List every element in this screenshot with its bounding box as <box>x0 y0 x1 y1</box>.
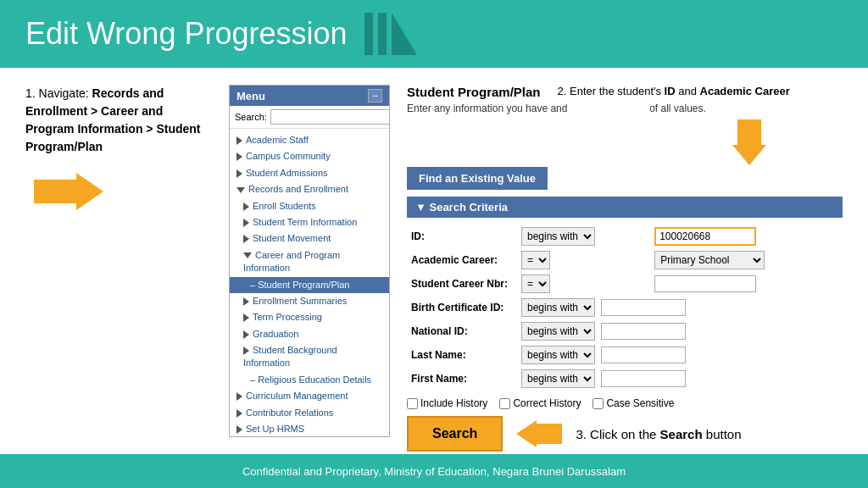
include-history-checkbox[interactable] <box>407 398 418 409</box>
include-history-label[interactable]: Include History <box>407 397 487 409</box>
triangle-icon <box>236 136 242 145</box>
section-title: Student Program/Plan <box>407 85 541 99</box>
menu-item-contributor[interactable]: Contributor Relations <box>230 405 389 421</box>
menu-item-records-enrollment[interactable]: Records and Enrollment <box>230 181 389 197</box>
triangle-icon <box>236 169 242 178</box>
step2-annotation: 2. Enter the student's ID and Academic C… <box>558 85 790 97</box>
menu-search-label: Search: <box>235 112 267 122</box>
accent-bar-2 <box>378 13 387 55</box>
menu-header: Menu − <box>230 86 389 106</box>
national-id-row: National ID: begins with <box>407 319 843 343</box>
first-name-label: First Name: <box>407 367 517 391</box>
triangle-icon <box>243 202 249 211</box>
first-name-row: First Name: begins with <box>407 367 843 391</box>
triangle-icon <box>243 297 249 306</box>
search-form: ID: begins with Academic Career: = <box>407 225 843 391</box>
menu-item-student-term-info[interactable]: Student Term Information <box>230 214 389 230</box>
triangle-icon-open <box>236 187 245 193</box>
student-career-nbr-operator-select[interactable]: = <box>521 274 550 293</box>
menu-item-curriculum[interactable]: Curriculum Management <box>230 388 389 404</box>
menu-item-student-background[interactable]: Student Background Information <box>230 342 389 372</box>
birth-cert-operator-select[interactable]: begins with <box>521 298 595 317</box>
main-content: 1. Navigate: Records and Enrollment > Ca… <box>0 68 868 454</box>
student-career-nbr-row: Student Career Nbr: = <box>407 272 843 296</box>
menu-items: Academic Staff Campus Community Student … <box>230 129 389 437</box>
menu-item-setup-hrms[interactable]: Set Up HRMS <box>230 421 389 437</box>
triangle-icon <box>236 409 242 418</box>
case-sensitive-label[interactable]: Case Sensitive <box>593 397 674 409</box>
checkboxes-row: Include History Correct History Case Sen… <box>407 397 843 409</box>
id-value-input[interactable] <box>654 227 756 246</box>
academic-career-label: Academic Career: <box>407 248 517 272</box>
footer-text: Confidential and Proprietary, Ministry o… <box>242 465 626 478</box>
first-name-input[interactable] <box>601 370 686 387</box>
triangle-icon <box>236 425 242 434</box>
menu-item-student-admissions[interactable]: Student Admissions <box>230 165 389 181</box>
menu-title: Menu <box>236 90 265 103</box>
last-name-operator-select[interactable]: begins with <box>521 346 595 364</box>
student-career-nbr-input[interactable] <box>654 275 756 292</box>
menu-item-career-program[interactable]: Career and Program Information <box>230 247 389 277</box>
case-sensitive-checkbox[interactable] <box>593 398 604 409</box>
triangle-icon <box>243 347 249 355</box>
triangle-icon-open <box>243 252 252 258</box>
find-existing-value-button[interactable]: Find an Existing Value <box>407 167 548 190</box>
correct-history-checkbox[interactable] <box>499 398 510 409</box>
triangle-icon <box>243 219 249 227</box>
menu-search-input[interactable] <box>270 109 390 125</box>
first-name-operator-select[interactable]: begins with <box>521 369 595 388</box>
student-career-nbr-label: Student Career Nbr: <box>407 272 517 296</box>
menu-collapse-button[interactable]: − <box>368 89 382 103</box>
academic-career-row: Academic Career: = Primary School <box>407 248 843 272</box>
step3-arrow <box>516 420 562 447</box>
correct-history-label[interactable]: Correct History <box>499 397 581 409</box>
triangle-icon <box>243 330 249 339</box>
menu-item-enroll-students[interactable]: Enroll Students <box>230 198 389 214</box>
header: Edit Wrong Progression <box>0 0 868 68</box>
menu-item-academic-staff[interactable]: Academic Staff <box>230 132 389 148</box>
menu-item-term-processing[interactable]: Term Processing <box>230 309 389 325</box>
national-id-input[interactable] <box>601 323 686 340</box>
national-id-label: National ID: <box>407 319 517 343</box>
search-btn-area: Search 3. Click on the Search button <box>407 416 843 452</box>
menu-item-student-movement[interactable]: Student Movement <box>230 230 389 247</box>
step3-text: 3. Click on the Search button <box>576 427 741 441</box>
intro-text: Enter any information you have and of al… <box>407 103 843 114</box>
triangle-icon <box>243 235 249 243</box>
triangle-icon <box>236 392 242 401</box>
menu-search-row: Search: » <box>230 106 389 129</box>
step1-text: 1. Navigate: Records and Enrollment > Ca… <box>25 85 212 156</box>
last-name-input[interactable] <box>601 347 686 363</box>
id-operator-select[interactable]: begins with <box>521 227 595 246</box>
birth-cert-row: Birth Certificate ID: begins with <box>407 296 843 319</box>
search-criteria-header: ▼ Search Criteria <box>407 197 843 218</box>
accent-triangle <box>392 13 417 55</box>
right-wrapper: Student Program/Plan 2. Enter the studen… <box>407 85 843 437</box>
menu-panel: Menu − Search: » Academic Staff Campus C… <box>229 85 390 437</box>
left-panel: 1. Navigate: Records and Enrollment > Ca… <box>25 85 212 437</box>
last-name-label: Last Name: <box>407 343 517 367</box>
id-label: ID: <box>407 225 517 248</box>
triangle-icon <box>236 152 242 161</box>
footer: Confidential and Proprietary, Ministry o… <box>0 454 868 488</box>
menu-item-graduation[interactable]: Graduation <box>230 326 389 342</box>
academic-career-operator-select[interactable]: = <box>521 251 550 269</box>
accent-bar-1 <box>364 13 373 55</box>
menu-item-campus-community[interactable]: Campus Community <box>230 148 389 164</box>
menu-item-student-program-plan[interactable]: – Student Program/Plan <box>230 277 389 293</box>
menu-item-religious-ed[interactable]: – Religious Education Details <box>230 372 389 388</box>
id-row: ID: begins with <box>407 225 843 248</box>
header-title: Edit Wrong Progression <box>25 16 348 52</box>
last-name-row: Last Name: begins with <box>407 343 843 367</box>
academic-career-value-select[interactable]: Primary School <box>654 251 765 269</box>
national-id-operator-select[interactable]: begins with <box>521 322 595 341</box>
menu-item-enrollment-summaries[interactable]: Enrollment Summaries <box>230 293 389 309</box>
expand-icon: ▼ <box>415 201 429 214</box>
birth-cert-input[interactable] <box>601 299 686 316</box>
triangle-icon <box>243 313 249 322</box>
birth-cert-label: Birth Certificate ID: <box>407 296 517 319</box>
search-button[interactable]: Search <box>407 416 503 452</box>
header-accent <box>364 13 417 55</box>
